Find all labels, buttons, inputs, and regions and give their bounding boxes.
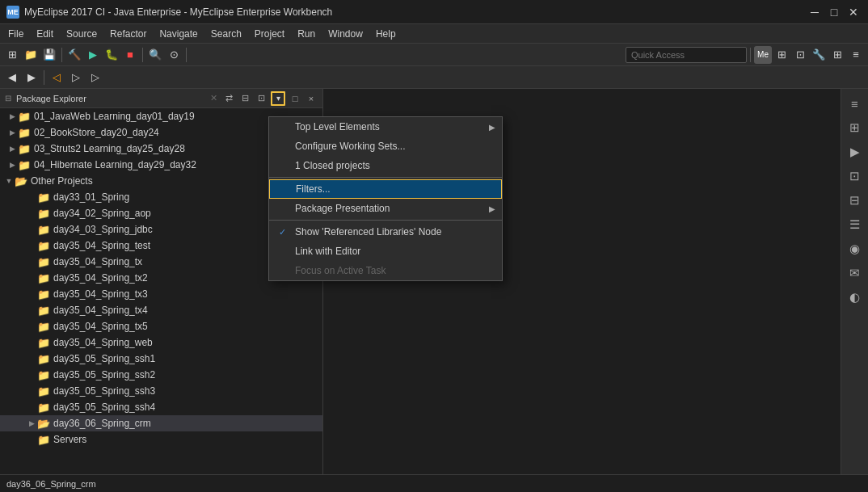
quick-access-input[interactable] bbox=[626, 47, 747, 63]
close-button[interactable]: ✕ bbox=[845, 4, 862, 20]
debug-button[interactable]: 🐛 bbox=[103, 46, 120, 64]
tree-expand-icon: ▶ bbox=[6, 127, 18, 138]
dropdown-item-label: Top Level Elements bbox=[295, 121, 380, 132]
tree-item-label: day35_05_Spring_ssh3 bbox=[53, 385, 155, 397]
tree-item-label: day35_04_Spring_web bbox=[53, 337, 153, 348]
right-sidebar: ≡⊞▶⊡⊟☰◉✉◐ bbox=[841, 89, 868, 474]
sidebar-icon-4[interactable]: ⊟ bbox=[844, 189, 866, 212]
tree-expand-icon bbox=[26, 224, 37, 235]
forward-button[interactable]: ▷ bbox=[67, 69, 85, 86]
dropdown-item-6[interactable]: Link with Editor bbox=[269, 242, 502, 261]
build-button[interactable]: 🔨 bbox=[65, 46, 83, 64]
perspective-debug-button[interactable]: ⊞ bbox=[773, 46, 790, 64]
folder-icon: 📁 bbox=[18, 159, 31, 171]
tree-expand-icon bbox=[26, 434, 37, 445]
dropdown-item-1[interactable]: Configure Working Sets... bbox=[269, 137, 502, 156]
prev-button[interactable]: ◀ bbox=[3, 69, 21, 86]
explorer-collapse-btn[interactable]: ⊟ bbox=[238, 92, 251, 105]
toolbar-1: ⊞ 📁 💾 🔨 ▶ 🐛 ■ 🔍 ⊙ Me ⊞ ⊡ 🔧 ⊞ ≡ bbox=[0, 44, 868, 66]
sidebar-icon-2[interactable]: ▶ bbox=[844, 141, 866, 163]
tree-item-label: 01_JavaWeb Learning_day01_day19 bbox=[34, 111, 195, 122]
tree-item[interactable]: 📁day35_05_Spring_ssh2 bbox=[0, 367, 322, 383]
dropdown-item-3[interactable]: Filters... bbox=[269, 179, 502, 199]
menu-window[interactable]: Window bbox=[322, 24, 369, 43]
toolbar-group-2: 🔨 ▶ 🐛 ■ bbox=[65, 46, 139, 64]
tree-expand-icon bbox=[26, 240, 37, 251]
perspective-task-button[interactable]: ⊞ bbox=[828, 46, 846, 64]
tree-item[interactable]: 📁day35_05_Spring_ssh1 bbox=[0, 351, 322, 367]
tree-expand-icon bbox=[26, 337, 37, 348]
stop-button[interactable]: ■ bbox=[121, 46, 139, 64]
tree-expand-icon: ▶ bbox=[26, 418, 37, 429]
sidebar-icon-7[interactable]: ✉ bbox=[844, 262, 866, 284]
separator-5 bbox=[44, 70, 44, 85]
perspective-java-button[interactable]: Me bbox=[754, 46, 772, 64]
dropdown-item-0[interactable]: Top Level Elements▶ bbox=[269, 117, 502, 137]
save-button[interactable]: 💾 bbox=[40, 46, 58, 64]
window-controls: ─ □ ✕ bbox=[807, 4, 862, 20]
new-button[interactable]: ⊞ bbox=[3, 46, 21, 64]
menu-run[interactable]: Run bbox=[291, 24, 322, 43]
tree-item-label: day34_02_Spring_aop bbox=[53, 208, 151, 219]
explorer-close-btn[interactable]: × bbox=[305, 92, 318, 105]
sidebar-icon-3[interactable]: ⊡ bbox=[844, 165, 866, 187]
dropdown-item-4[interactable]: Package Presentation▶ bbox=[269, 199, 502, 218]
menu-search[interactable]: Search bbox=[204, 24, 248, 43]
sidebar-icon-0[interactable]: ≡ bbox=[844, 92, 866, 115]
tree-item-label: 04_Hibernate Learning_day29_day32 bbox=[34, 159, 196, 170]
tree-expand-icon: ▶ bbox=[6, 143, 18, 154]
sidebar-icon-5[interactable]: ☰ bbox=[844, 213, 866, 236]
submenu-arrow-icon: ▶ bbox=[489, 204, 495, 213]
next-arrow-button[interactable]: ▶ bbox=[23, 69, 40, 86]
toolbar-group-3: 🔍 ⊙ bbox=[146, 46, 183, 64]
sidebar-icon-1[interactable]: ⊞ bbox=[844, 116, 866, 139]
search-button[interactable]: 🔍 bbox=[146, 46, 164, 64]
menu-file[interactable]: File bbox=[2, 24, 30, 43]
dropdown-item-2[interactable]: 1 Closed projects bbox=[269, 156, 502, 175]
tree-expand-icon bbox=[26, 256, 37, 267]
menu-project[interactable]: Project bbox=[248, 24, 291, 43]
tree-item[interactable]: 📁Servers bbox=[0, 431, 322, 448]
window-title: MyEclipse 2017 CI - Java Enterprise - My… bbox=[24, 6, 807, 18]
folder-icon: 📁 bbox=[37, 240, 50, 252]
menu-help[interactable]: Help bbox=[369, 24, 402, 43]
folder-icon: 📁 bbox=[37, 256, 50, 268]
perspective-more-button[interactable]: ⊡ bbox=[791, 46, 809, 64]
explorer-settings-btn[interactable]: ⊡ bbox=[255, 92, 268, 105]
menu-edit[interactable]: Edit bbox=[30, 24, 60, 43]
sidebar-icon-8[interactable]: ◐ bbox=[844, 286, 866, 309]
separator-4 bbox=[750, 48, 751, 62]
minimize-button[interactable]: ─ bbox=[807, 4, 823, 20]
explorer-dropdown-btn[interactable]: ▾ bbox=[271, 91, 285, 106]
explorer-pin-icon: ✕ bbox=[210, 93, 217, 103]
tree-item[interactable]: ▶📂day36_06_Spring_crm bbox=[0, 415, 322, 431]
tree-expand-icon bbox=[26, 385, 37, 397]
tree-item[interactable]: 📁day35_04_Spring_tx3 bbox=[0, 286, 322, 302]
menu-refactor[interactable]: Refactor bbox=[103, 24, 153, 43]
toolbar-group-1: ⊞ 📁 💾 bbox=[3, 46, 58, 64]
tree-item[interactable]: 📁day35_04_Spring_tx5 bbox=[0, 318, 322, 334]
maximize-button[interactable]: □ bbox=[826, 4, 842, 20]
perspective-myeclipse-button[interactable]: ≡ bbox=[847, 46, 865, 64]
open-button[interactable]: 📁 bbox=[22, 46, 40, 64]
tree-item[interactable]: 📁day35_05_Spring_ssh4 bbox=[0, 399, 322, 415]
tree-item[interactable]: 📁day35_05_Spring_ssh3 bbox=[0, 383, 322, 399]
navigate-button[interactable]: ⊙ bbox=[165, 46, 183, 64]
run-button[interactable]: ▶ bbox=[84, 46, 102, 64]
explorer-header: ⊟ Package Explorer ✕ ⇄ ⊟ ⊡ ▾ □ × bbox=[0, 89, 322, 108]
fwd-btn2[interactable]: ▷ bbox=[86, 69, 104, 86]
explorer-maximize-btn[interactable]: □ bbox=[289, 92, 301, 105]
tree-item[interactable]: 📁day35_04_Spring_tx4 bbox=[0, 302, 322, 318]
tree-item-label: day35_05_Spring_ssh4 bbox=[53, 402, 155, 413]
menu-separator bbox=[269, 177, 502, 178]
back-button[interactable]: ◁ bbox=[48, 69, 65, 86]
perspective-extra-button[interactable]: 🔧 bbox=[810, 46, 828, 64]
menu-source[interactable]: Source bbox=[60, 24, 103, 43]
tree-expand-icon: ▼ bbox=[3, 175, 15, 187]
explorer-sync-btn[interactable]: ⇄ bbox=[222, 92, 235, 105]
dropdown-item-5[interactable]: ✓Show 'Referenced Libraries' Node bbox=[269, 222, 502, 242]
tree-item[interactable]: 📁day35_04_Spring_web bbox=[0, 334, 322, 351]
menu-navigate[interactable]: Navigate bbox=[153, 24, 204, 43]
dropdown-item-label: Link with Editor bbox=[295, 246, 360, 257]
sidebar-icon-6[interactable]: ◉ bbox=[844, 238, 866, 260]
